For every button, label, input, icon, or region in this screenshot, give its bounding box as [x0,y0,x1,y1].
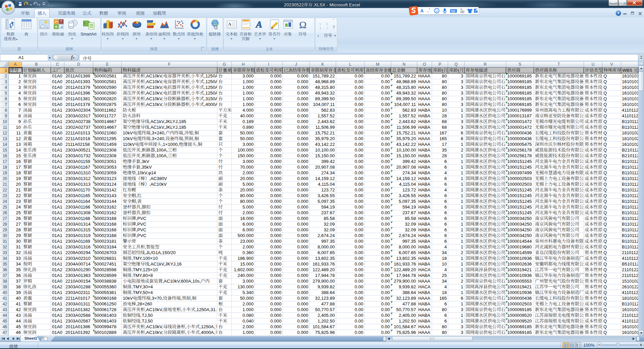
svg-text:A: A [255,19,262,30]
svg-text:26: 26 [461,11,464,13]
svg-text:A: A [228,21,231,26]
